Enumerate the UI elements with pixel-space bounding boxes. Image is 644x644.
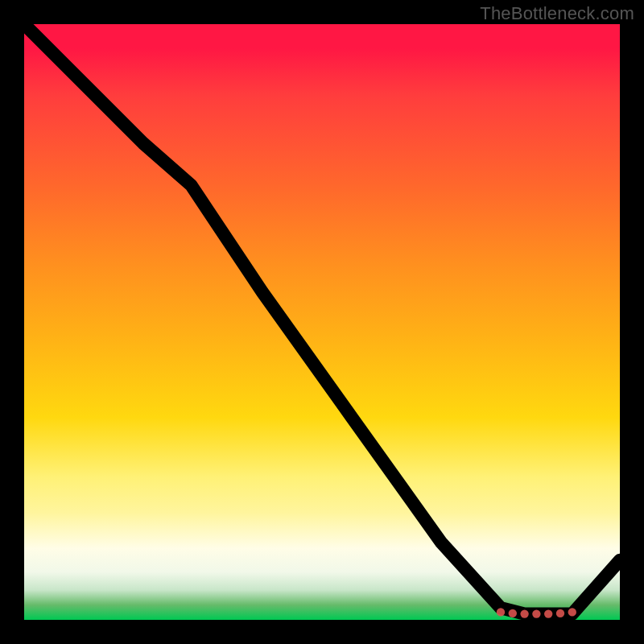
optimal-dot [544, 609, 552, 617]
plot-area [24, 24, 620, 620]
bottleneck-curve [24, 24, 620, 614]
chart-overlay [24, 24, 620, 620]
optimal-dot [556, 609, 564, 617]
watermark-text: TheBottleneck.com [480, 3, 634, 24]
optimal-dot [497, 608, 505, 616]
chart-container: TheBottleneck.com [0, 0, 644, 644]
optimal-dot [520, 609, 528, 617]
optimal-dot [509, 609, 517, 617]
optimal-dot [568, 608, 576, 616]
optimal-dot [532, 609, 540, 617]
